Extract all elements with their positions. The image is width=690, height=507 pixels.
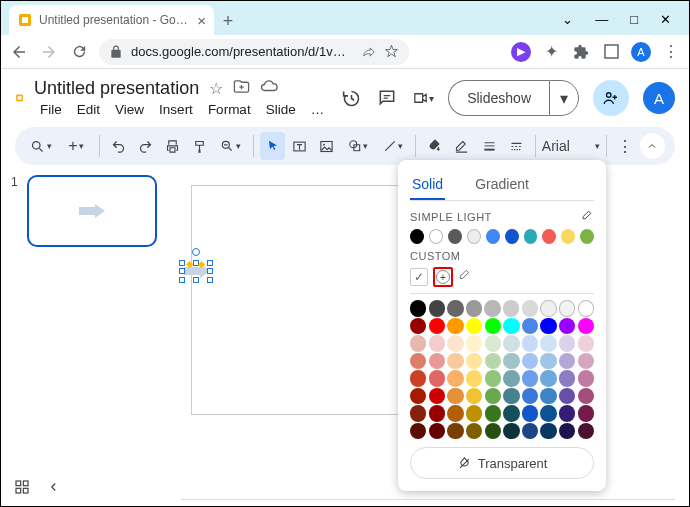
slideshow-dropdown[interactable]: ▾ bbox=[549, 80, 579, 116]
theme-swatch[interactable] bbox=[410, 229, 424, 244]
theme-swatch[interactable] bbox=[580, 229, 594, 244]
extension-play-icon[interactable]: ▶ bbox=[511, 42, 531, 62]
add-custom-color-button[interactable]: + bbox=[433, 267, 453, 287]
search-tool[interactable]: ▾ bbox=[25, 132, 58, 160]
slides-logo-icon[interactable] bbox=[15, 82, 24, 114]
extension-square-icon[interactable] bbox=[601, 42, 621, 62]
color-swatch[interactable] bbox=[503, 370, 519, 387]
cloud-status-icon[interactable] bbox=[260, 77, 278, 99]
color-swatch[interactable] bbox=[429, 405, 445, 422]
color-swatch[interactable] bbox=[559, 388, 575, 405]
url-omnibox[interactable]: docs.google.com/presentation/d/1vwxyVh-D… bbox=[99, 39, 409, 65]
color-swatch[interactable] bbox=[447, 388, 463, 405]
color-swatch[interactable] bbox=[559, 318, 575, 335]
dropdown-chevron-icon[interactable]: ⌄ bbox=[562, 12, 573, 27]
line-tool[interactable]: ▾ bbox=[376, 132, 409, 160]
eyedropper-icon[interactable] bbox=[458, 268, 472, 286]
color-swatch[interactable] bbox=[410, 388, 426, 405]
color-swatch[interactable] bbox=[540, 335, 556, 352]
color-swatch[interactable] bbox=[447, 318, 463, 335]
color-swatch[interactable] bbox=[466, 370, 482, 387]
menu-view[interactable]: View bbox=[109, 100, 150, 119]
color-swatch[interactable] bbox=[485, 335, 501, 352]
color-swatch[interactable] bbox=[410, 335, 426, 352]
more-tools-icon[interactable]: ⋮ bbox=[613, 132, 638, 160]
textbox-tool[interactable] bbox=[287, 132, 312, 160]
solid-tab[interactable]: Solid bbox=[410, 170, 445, 200]
color-swatch[interactable] bbox=[522, 388, 538, 405]
color-swatch[interactable] bbox=[522, 405, 538, 422]
color-swatch[interactable] bbox=[503, 318, 519, 335]
fill-color-tool[interactable] bbox=[422, 132, 447, 160]
color-swatch[interactable] bbox=[410, 353, 426, 370]
color-swatch[interactable] bbox=[429, 353, 445, 370]
color-swatch[interactable] bbox=[540, 353, 556, 370]
translate-share-icon[interactable] bbox=[362, 45, 376, 59]
color-swatch[interactable] bbox=[559, 335, 575, 352]
color-swatch[interactable] bbox=[578, 318, 594, 335]
gradient-tab[interactable]: Gradient bbox=[473, 170, 531, 200]
theme-swatch[interactable] bbox=[524, 229, 538, 244]
browser-menu-icon[interactable]: ⋮ bbox=[661, 42, 681, 62]
nav-reload-button[interactable] bbox=[69, 42, 89, 62]
image-tool[interactable] bbox=[314, 132, 339, 160]
user-avatar[interactable]: A bbox=[643, 82, 675, 114]
menu-format[interactable]: Format bbox=[202, 100, 257, 119]
print-tool[interactable] bbox=[160, 132, 185, 160]
theme-swatch[interactable] bbox=[467, 229, 481, 244]
color-swatch[interactable] bbox=[485, 370, 501, 387]
meet-video-icon[interactable]: ▾ bbox=[412, 87, 434, 109]
color-swatch[interactable] bbox=[522, 370, 538, 387]
select-tool[interactable] bbox=[260, 132, 285, 160]
no-color-checkbox[interactable]: ✓ bbox=[410, 268, 428, 286]
color-swatch[interactable] bbox=[522, 335, 538, 352]
theme-swatch[interactable] bbox=[542, 229, 556, 244]
color-swatch[interactable] bbox=[410, 423, 426, 440]
border-dash-tool[interactable] bbox=[504, 132, 529, 160]
color-swatch[interactable] bbox=[503, 335, 519, 352]
move-folder-icon[interactable] bbox=[233, 78, 250, 99]
color-swatch[interactable] bbox=[503, 388, 519, 405]
color-swatch[interactable] bbox=[429, 300, 445, 317]
color-swatch[interactable] bbox=[447, 370, 463, 387]
color-swatch[interactable] bbox=[447, 423, 463, 440]
color-swatch[interactable] bbox=[522, 300, 538, 317]
new-tab-button[interactable]: + bbox=[214, 7, 242, 35]
window-minimize-icon[interactable]: — bbox=[595, 12, 608, 27]
share-button[interactable] bbox=[593, 80, 629, 116]
border-weight-tool[interactable] bbox=[477, 132, 502, 160]
color-swatch[interactable] bbox=[485, 423, 501, 440]
theme-swatch[interactable] bbox=[505, 229, 519, 244]
color-swatch[interactable] bbox=[485, 405, 501, 422]
color-swatch[interactable] bbox=[466, 423, 482, 440]
color-swatch[interactable] bbox=[559, 405, 575, 422]
color-swatch[interactable] bbox=[503, 405, 519, 422]
color-swatch[interactable] bbox=[447, 405, 463, 422]
color-swatch[interactable] bbox=[429, 335, 445, 352]
star-icon[interactable]: ☆ bbox=[209, 79, 223, 98]
color-swatch[interactable] bbox=[540, 370, 556, 387]
color-swatch[interactable] bbox=[522, 318, 538, 335]
color-swatch[interactable] bbox=[447, 300, 463, 317]
color-swatch[interactable] bbox=[429, 388, 445, 405]
undo-tool[interactable] bbox=[106, 132, 131, 160]
collapse-toolbar-icon[interactable] bbox=[640, 133, 665, 159]
theme-swatch[interactable] bbox=[429, 229, 443, 244]
edit-theme-icon[interactable] bbox=[581, 209, 594, 224]
redo-tool[interactable] bbox=[133, 132, 158, 160]
slide-thumbnail[interactable] bbox=[27, 175, 157, 247]
color-swatch[interactable] bbox=[503, 300, 519, 317]
color-swatch[interactable] bbox=[540, 318, 556, 335]
doc-title[interactable]: Untitled presentation bbox=[34, 78, 199, 99]
paint-format-tool[interactable] bbox=[187, 132, 212, 160]
color-swatch[interactable] bbox=[410, 318, 426, 335]
color-swatch[interactable] bbox=[410, 300, 426, 317]
color-swatch[interactable] bbox=[447, 335, 463, 352]
color-swatch[interactable] bbox=[503, 353, 519, 370]
zoom-tool[interactable]: ▾ bbox=[214, 132, 247, 160]
color-swatch[interactable] bbox=[410, 405, 426, 422]
color-swatch[interactable] bbox=[429, 423, 445, 440]
color-swatch[interactable] bbox=[466, 318, 482, 335]
color-swatch[interactable] bbox=[503, 423, 519, 440]
history-icon[interactable] bbox=[340, 87, 362, 109]
